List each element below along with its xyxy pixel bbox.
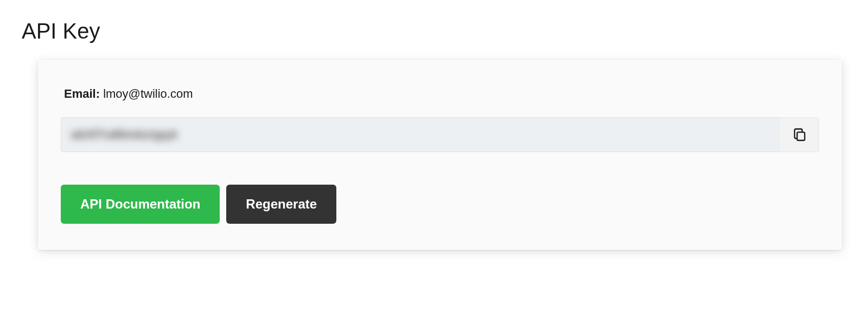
api-key-value: abXf7u8bIskz/gqA [71, 128, 178, 142]
api-key-field[interactable]: abXf7u8bIskz/gqA [61, 117, 780, 152]
email-value: lmoy@twilio.com [103, 87, 193, 100]
page-title: API Key [22, 19, 846, 43]
copy-icon [792, 127, 807, 142]
api-documentation-button[interactable]: API Documentation [61, 185, 220, 224]
regenerate-button[interactable]: Regenerate [226, 185, 336, 224]
email-line: Email: lmoy@twilio.com [61, 87, 819, 101]
svg-rect-0 [797, 132, 805, 140]
api-key-row: abXf7u8bIskz/gqA [61, 117, 819, 152]
button-row: API Documentation Regenerate [61, 185, 819, 224]
copy-button[interactable] [780, 117, 819, 152]
email-label: Email: [64, 87, 100, 100]
api-key-card: Email: lmoy@twilio.com abXf7u8bIskz/gqA … [38, 60, 842, 250]
